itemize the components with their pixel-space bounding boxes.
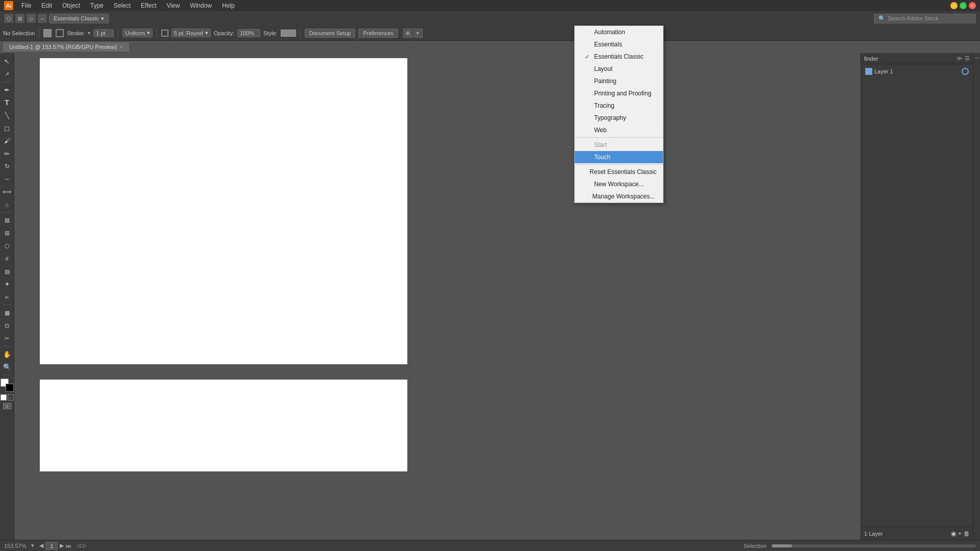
menu-edit[interactable]: Edit [36,1,57,10]
page-input[interactable] [45,542,58,550]
scroll-bar[interactable] [772,544,976,547]
layer-target-icon[interactable] [962,68,969,75]
maximize-button[interactable]: □ [960,2,967,9]
canvas-area[interactable] [14,53,861,540]
style-swatch[interactable] [281,30,296,37]
mask-mode-icon[interactable]: ○ [8,394,14,400]
workspace-menu-essentials[interactable]: Essentials [575,38,663,51]
workspace-menu-painting[interactable]: Painting [575,75,663,87]
tool-gradient[interactable]: ▤ [1,265,13,278]
panel-menu-icon[interactable]: ☰ [965,55,970,62]
prev-page-button[interactable]: ◀ [39,542,43,549]
workspace-menu-automation[interactable]: Automation [575,26,663,38]
last-page-button[interactable]: ⏭ [66,543,71,549]
check-layout [585,66,591,72]
screen-mode-button[interactable]: ⊡ [3,403,11,409]
tool-warp[interactable]: ⌂ [1,198,13,211]
artboard-right-icon[interactable]: ▷ [83,542,87,549]
tool-free-transform[interactable]: ⊠ [1,214,13,227]
workspace-new-label: New Workspace... [594,181,644,188]
tool-blend[interactable]: ∞ [1,291,13,303]
icon-brush: ⬡ [4,14,13,23]
tab-close-button[interactable]: × [120,44,123,50]
opacity-input[interactable] [237,29,260,37]
create-layer-icon[interactable]: + [958,530,962,537]
more-icon[interactable]: ▾ [413,29,423,38]
panel-footer: 1 Layer ◉ + 🗑 [861,527,973,540]
document-tab[interactable]: Untitled-1 @ 153.57% (RGB/GPU Preview) × [3,42,129,52]
separator2 [118,28,118,38]
collapse-panel-icon[interactable]: ⟩ [974,57,979,59]
stroke-swatch[interactable] [56,29,64,37]
tool-shape-builder[interactable]: ⊞ [1,227,13,239]
tab-title: Untitled-1 @ 153.57% (RGB/GPU Preview) [9,44,117,50]
panel-expand-icon[interactable]: ≫ [957,55,963,62]
next-page-button[interactable]: ▶ [60,542,64,549]
workspace-menu-printing[interactable]: Printing and Proofing [575,87,663,99]
tool-perspective[interactable]: ⬡ [1,240,13,252]
workspace-menu-typography[interactable]: Typography [575,112,663,124]
check-automation [585,29,591,35]
tool-eyedropper[interactable]: ✦ [1,278,13,290]
workspace-chevron-icon: ▾ [101,15,104,22]
delete-layer-icon[interactable]: 🗑 [964,530,970,537]
workspace-menu-new[interactable]: New Workspace... [575,178,663,190]
workspace-menu-layout[interactable]: Layout [575,63,663,75]
menu-window[interactable]: Window [185,1,217,10]
panel-controls: ≫ ☰ [957,55,970,62]
workspace-printing-label: Printing and Proofing [594,90,651,97]
workspace-menu-reset[interactable]: Reset Essentials Classic [575,166,663,178]
background-color[interactable] [6,384,14,392]
tool-column-graph[interactable]: ▦ [1,307,13,319]
workspace-menu-touch[interactable]: Touch [575,151,663,163]
check-essentials-classic: ✓ [585,54,591,60]
menu-effect[interactable]: Effect [136,1,161,10]
preferences-button[interactable]: Preferences [358,29,398,38]
brush-select[interactable]: 5 pt. Round ▾ [172,29,211,37]
minimize-button[interactable]: − [950,2,958,9]
search-stock-input[interactable]: 🔍 Search Adobe Stock [874,14,976,23]
stroke-down-icon: ▾ [88,30,90,36]
layer-item[interactable]: Layer 1 [863,66,971,77]
tool-mesh[interactable]: # [1,253,13,265]
menu-type[interactable]: Type [85,1,109,10]
tool-pen[interactable]: ✒ [1,84,13,96]
title-bar: Ai File Edit Object Type Select Effect V… [0,0,980,11]
arrange-icon[interactable]: ⊞ [403,29,412,38]
tool-line[interactable]: ╲ [1,109,13,121]
tool-paintbrush[interactable]: 🖌 [1,135,13,147]
fill-swatch[interactable] [43,29,52,37]
left-toolbar: ↖ ↗ ✒ T ╲ ◻ 🖌 ✏ ↻ ↔ ⟺ ⌂ ⊠ ⊞ ⬡ # ▤ ✦ ∞ ▦ … [0,53,14,540]
stroke-value-input[interactable] [93,29,114,37]
close-button[interactable]: × [969,2,976,9]
workspace-selector[interactable]: Essentials Classic ▾ [49,14,109,23]
workspace-menu-essentials-classic[interactable]: ✓ Essentials Classic [575,51,663,63]
menu-select[interactable]: Select [109,1,136,10]
tool-width[interactable]: ⟺ [1,186,13,198]
workspace-layout-label: Layout [594,65,612,72]
tool-direct-selection[interactable]: ↗ [1,68,13,80]
workspace-menu-web[interactable]: Web [575,124,663,136]
tool-artboard[interactable]: ⊡ [1,319,13,332]
workspace-menu-tracing[interactable]: Tracing [575,99,663,112]
tool-rotate[interactable]: ↻ [1,160,13,172]
workspace-menu-manage[interactable]: Manage Workspaces... [575,190,663,203]
menu-help[interactable]: Help [217,1,240,10]
tool-selection[interactable]: ↖ [1,55,13,67]
uniform-select[interactable]: Uniform ▾ [122,29,153,37]
tool-slice[interactable]: ✂ [1,332,13,344]
normal-mode-icon[interactable] [1,394,7,400]
tool-type[interactable]: T [1,96,13,109]
menu-view[interactable]: View [162,1,185,10]
tool-rectangle[interactable]: ◻ [1,122,13,134]
tool-mirror[interactable]: ↔ [1,173,13,185]
tool-hand[interactable]: ✋ [1,348,13,360]
document-setup-button[interactable]: Document Setup [305,29,356,38]
menu-object[interactable]: Object [57,1,85,10]
main-layout: ↖ ↗ ✒ T ╲ ◻ 🖌 ✏ ↻ ↔ ⟺ ⌂ ⊠ ⊞ ⬡ # ▤ ✦ ∞ ▦ … [0,53,980,540]
artboard-left-icon[interactable]: ◁ [77,542,81,549]
menu-file[interactable]: File [16,1,36,10]
tool-zoom[interactable]: 🔍 [1,361,13,373]
tool-pencil[interactable]: ✏ [1,147,13,160]
make-mask-icon[interactable]: ◉ [951,530,956,537]
